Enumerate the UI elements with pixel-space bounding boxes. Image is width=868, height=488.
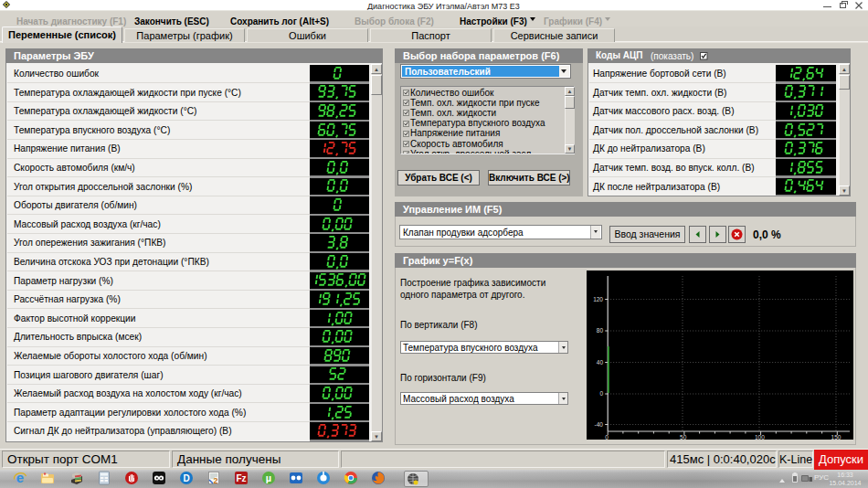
svg-text:2: 2: [213, 476, 217, 485]
svg-text:µ: µ: [266, 472, 271, 483]
svg-text:Fz: Fz: [236, 473, 246, 483]
svg-text:D: D: [183, 473, 189, 483]
